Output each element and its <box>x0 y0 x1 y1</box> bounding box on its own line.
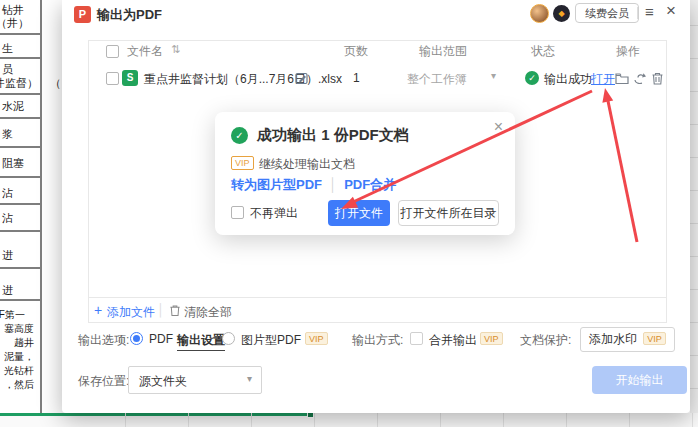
open-file-button[interactable]: 打开文件 <box>328 200 390 226</box>
image-pdf-radio[interactable] <box>222 332 235 345</box>
spreadsheet-row-line <box>690 124 698 125</box>
spreadsheet-column-gridline <box>188 413 189 427</box>
spreadsheet-row-border <box>0 267 42 269</box>
background-spreadsheet-right <box>690 0 698 427</box>
file-name: 重点井监督计划（6月...7月6日）.xlsx <box>144 71 342 88</box>
spreadsheet-cell-text: 生 <box>2 41 13 56</box>
spreadsheet-cell-text: 趟井 <box>14 336 34 350</box>
chevron-down-icon[interactable]: ▾ <box>491 70 496 81</box>
spreadsheet-row-border <box>0 117 42 119</box>
row-checkbox[interactable] <box>106 72 119 85</box>
list-footer-row: + 添加文件 │ 清除全部 <box>89 297 666 323</box>
spreadsheet-cell-text: 水泥 <box>2 99 24 114</box>
spreadsheet-row-border <box>0 93 42 95</box>
spreadsheet-cell-text: 进 <box>2 248 13 263</box>
success-check-icon: ✓ <box>525 71 539 85</box>
pdf-radio-label[interactable]: PDF <box>149 332 173 346</box>
sort-icon[interactable]: ⇅ <box>171 43 180 56</box>
rename-icon[interactable] <box>295 71 309 85</box>
spreadsheet-column-gridline <box>125 413 126 427</box>
add-file-button[interactable]: 添加文件 <box>107 304 155 321</box>
modal-success-icon: ✓ <box>231 127 248 144</box>
titlebar-divider <box>637 7 638 19</box>
merge-output-checkbox[interactable] <box>410 332 423 345</box>
links-divider: │ <box>322 177 344 192</box>
add-watermark-button[interactable]: 添加水印 VIP <box>580 327 675 352</box>
excel-file-icon: S <box>122 70 138 86</box>
spreadsheet-cell-text: （井） <box>0 16 29 31</box>
success-modal: ✓ 成功输出 1 份PDF文档 × VIP 继续处理输出文档 转为图片型PDF│… <box>215 112 515 235</box>
spreadsheet-row-border <box>0 176 42 178</box>
column-header-filename[interactable]: 文件名 <box>127 43 163 60</box>
membership-coin-icon[interactable]: ◆ <box>553 5 570 22</box>
spreadsheet-cell-text: 2HF第一 <box>0 308 25 322</box>
spreadsheet-row-line <box>690 289 698 290</box>
column-header-range: 输出范围 <box>419 43 467 60</box>
spreadsheet-row-border <box>0 299 42 301</box>
spreadsheet-cell-text: 浆 <box>2 127 13 142</box>
spreadsheet-column-gridline <box>566 413 567 427</box>
save-location-value: 源文件夹 <box>139 373 187 390</box>
spreadsheet-cell-text: 井监督） <box>0 76 38 91</box>
select-all-checkbox[interactable] <box>106 45 119 58</box>
no-popup-checkbox[interactable] <box>231 206 244 219</box>
modal-close-icon[interactable]: × <box>494 118 503 136</box>
range-dropdown[interactable]: 整个工作簿 <box>407 71 467 88</box>
image-pdf-label[interactable]: 图片型PDF <box>241 332 301 349</box>
output-settings-link[interactable]: 输出设置 <box>177 332 225 351</box>
merge-vip-badge: VIP <box>480 332 503 345</box>
open-directory-button[interactable]: 打开文件所在目录 <box>398 200 499 226</box>
modal-title: 成功输出 1 份PDF文档 <box>257 126 409 145</box>
modal-vip-text: 继续处理输出文档 <box>259 156 355 173</box>
spreadsheet-cell-text: 进 <box>2 283 13 298</box>
spreadsheet-cell-text: 沾 <box>2 211 13 226</box>
spreadsheet-cell-text: （ <box>50 76 61 91</box>
plus-icon: + <box>94 302 102 318</box>
clear-trash-icon <box>169 304 181 317</box>
pdf-merge-link[interactable]: PDF合并 <box>344 177 396 192</box>
background-spreadsheet-left: 钻井（井）生员井监督）（水泥浆阻塞沾沾进进2HF第一塞高度趟井泥量，光钻杆，然后 <box>0 0 62 413</box>
spreadsheet-row-border <box>0 203 42 205</box>
no-popup-label: 不再弹出 <box>250 205 298 222</box>
spreadsheet-cell-text: 员 <box>2 62 13 77</box>
page-count: 1 <box>353 71 360 85</box>
renew-membership-button[interactable]: 续费会员 <box>575 3 639 23</box>
share-icon[interactable] <box>633 72 647 85</box>
spreadsheet-row-border <box>0 230 42 232</box>
watermark-vip-badge: VIP <box>643 332 666 345</box>
doc-protect-label: 文档保护: <box>520 332 571 349</box>
spreadsheet-row-line <box>690 355 698 356</box>
spreadsheet-cell-text: 泥量， <box>4 350 34 364</box>
save-location-label: 保存位置: <box>78 373 129 390</box>
spreadsheet-row-line <box>690 322 698 323</box>
spreadsheet-row-line <box>690 388 698 389</box>
close-icon[interactable]: × <box>666 1 676 21</box>
spreadsheet-column-gridline <box>251 413 252 427</box>
spreadsheet-row-line <box>690 91 698 92</box>
clear-all-button[interactable]: 清除全部 <box>184 304 232 321</box>
open-folder-icon[interactable] <box>615 72 629 85</box>
output-mode-label: 输出方式: <box>352 332 403 349</box>
spreadsheet-cell-text: 塞高度 <box>4 322 34 336</box>
user-avatar[interactable] <box>530 4 549 23</box>
spreadsheet-row-line <box>690 58 698 59</box>
spreadsheet-row-line <box>690 256 698 257</box>
column-header-status: 状态 <box>531 43 555 60</box>
modal-vip-badge: VIP <box>231 156 254 170</box>
spreadsheet-row-border <box>0 146 42 148</box>
menu-icon[interactable]: ≡ <box>645 3 654 20</box>
merge-output-label[interactable]: 合并输出 <box>429 332 477 349</box>
status-text: 输出成功 <box>544 71 592 88</box>
spreadsheet-cell-text: 光钻杆 <box>4 364 34 378</box>
delete-icon[interactable] <box>651 72 664 85</box>
spreadsheet-row-line <box>690 25 698 26</box>
open-link[interactable]: 打开 <box>591 71 615 88</box>
spreadsheet-row-line <box>690 157 698 158</box>
start-output-button[interactable]: 开始输出 <box>592 366 687 394</box>
spreadsheet-column-gridline <box>503 413 504 427</box>
convert-image-pdf-link[interactable]: 转为图片型PDF <box>231 177 322 192</box>
pdf-radio[interactable] <box>130 332 143 345</box>
save-location-select[interactable]: 源文件夹 ▾ <box>128 366 262 394</box>
pdf-app-icon: P <box>74 6 91 23</box>
add-watermark-label: 添加水印 <box>589 332 637 346</box>
